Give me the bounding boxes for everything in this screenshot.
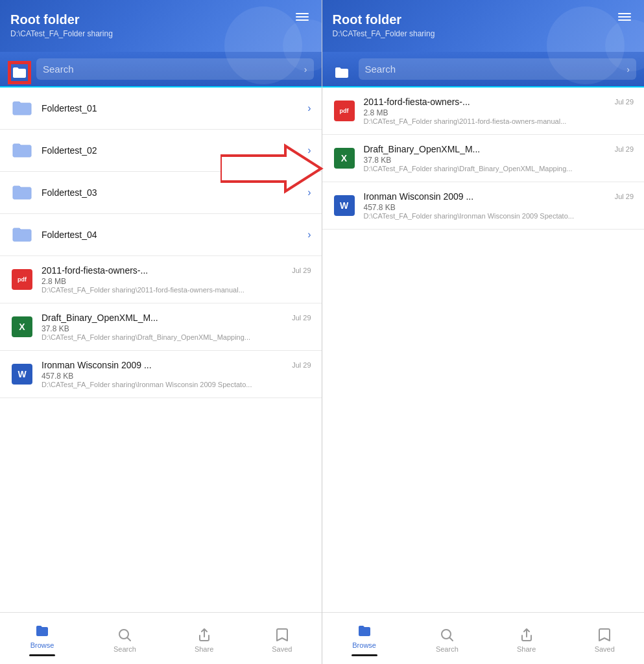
left-tab-search-label: Search [113, 645, 136, 653]
right-title: Root folder [333, 12, 634, 27]
left-header: Root folder D:\CATest_FA_Folder sharing [0, 0, 322, 52]
pdf-badge-right: pdf [334, 101, 355, 121]
left-tab-share-label: Share [195, 645, 213, 653]
left-folder-item-4[interactable]: Foldertest_04 › [0, 214, 322, 256]
right-subtitle: D:\CATest_FA_Folder sharing [333, 29, 634, 38]
search-icon-right [439, 627, 455, 643]
left-pdf-path: D:\CATest_FA_Folder sharing\2011-ford-fi… [42, 286, 284, 294]
left-excel-info: Draft_Binary_OpenXML_M... 37.8 KB D:\CAT… [42, 313, 284, 341]
left-excel-size: 37.8 KB [42, 324, 284, 333]
left-folder-1-info: Foldertest_01 [42, 103, 300, 113]
share-icon-right [519, 627, 534, 643]
right-pdf-size: 2.8 MB [364, 108, 607, 117]
right-menu-line-1 [618, 13, 631, 14]
left-word-name: Ironman Wisconsin 2009 ... [42, 360, 284, 370]
left-pdf-info: 2011-ford-fiesta-owners-... 2.8 MB D:\CA… [42, 265, 284, 294]
right-file-word[interactable]: W Ironman Wisconsin 2009 ... 457.8 KB D:… [322, 182, 645, 230]
menu-line-1 [296, 13, 309, 14]
left-folder-item-3[interactable]: Foldertest_03 › [0, 172, 322, 214]
left-search-placeholder: Search [43, 64, 74, 75]
right-tab-search[interactable]: Search [428, 624, 466, 656]
left-file-excel[interactable]: X Draft_Binary_OpenXML_M... 37.8 KB D:\C… [0, 303, 322, 351]
right-pdf-name: 2011-ford-fiesta-owners-... [364, 97, 607, 107]
left-file-pdf[interactable]: pdf 2011-ford-fiesta-owners-... 2.8 MB D… [0, 256, 322, 303]
right-tab-share[interactable]: Share [509, 624, 543, 656]
right-folder-icon-button[interactable] [330, 61, 353, 84]
right-tab-saved-label: Saved [595, 645, 615, 653]
left-folder-icon-button[interactable] [8, 61, 31, 84]
left-pdf-name: 2011-ford-fiesta-owners-... [42, 265, 284, 276]
left-folder-3-info: Foldertest_03 [42, 187, 300, 198]
left-panel: Root folder D:\CATest_FA_Folder sharing … [0, 0, 322, 664]
right-excel-info: Draft_Binary_OpenXML_M... 37.8 KB D:\CAT… [364, 144, 607, 172]
pdf-icon-right: pdf [333, 99, 356, 123]
right-tab-browse-bar [352, 654, 377, 656]
left-word-size: 457.8 KB [42, 372, 284, 381]
left-word-path: D:\CATest_FA_Folder sharing\Ironman Wisc… [42, 381, 284, 388]
left-file-word[interactable]: W Ironman Wisconsin 2009 ... 457.8 KB D:… [0, 351, 322, 398]
right-search-placeholder: Search [365, 64, 396, 75]
excel-icon-left: X [10, 315, 34, 338]
right-tab-browse[interactable]: Browse [344, 621, 385, 659]
folder-4-chevron: › [307, 229, 311, 241]
right-menu-button[interactable] [615, 10, 634, 23]
left-excel-name: Draft_Binary_OpenXML_M... [42, 313, 284, 323]
right-pdf-date: Jul 29 [615, 98, 634, 106]
right-menu-line-3 [618, 19, 631, 21]
excel-badge-left: X [12, 316, 32, 337]
right-file-excel[interactable]: X Draft_Binary_OpenXML_M... 37.8 KB D:\C… [322, 135, 645, 182]
right-file-pdf[interactable]: pdf 2011-ford-fiesta-owners-... 2.8 MB D… [322, 88, 645, 135]
word-badge-right: W [334, 195, 355, 216]
right-tab-browse-label: Browse [352, 641, 376, 649]
right-word-name: Ironman Wisconsin 2009 ... [364, 191, 607, 202]
right-word-path: D:\CATest_FA_Folder sharing\Ironman Wisc… [364, 212, 607, 220]
right-tab-bar: Browse Search Share [322, 612, 645, 664]
left-folder-2-name: Foldertest_02 [42, 145, 300, 156]
left-tab-browse[interactable]: Browse [21, 621, 63, 659]
left-tab-share[interactable]: Share [187, 624, 221, 656]
left-folder-item-1[interactable]: Foldertest_01 › [0, 88, 322, 130]
left-menu-button[interactable] [293, 10, 311, 23]
menu-line-3 [296, 19, 309, 21]
right-excel-path: D:\CATest_FA_Folder sharing\Draft_Binary… [364, 165, 607, 172]
right-pdf-path: D:\CATest_FA_Folder sharing\2011-ford-fi… [364, 117, 607, 125]
left-tab-bar: Browse Search Share [0, 612, 322, 664]
left-excel-date: Jul 29 [292, 314, 311, 322]
right-word-size: 457.8 KB [364, 203, 607, 212]
left-folder-3-name: Foldertest_03 [42, 187, 300, 198]
folder-icon-1 [10, 97, 34, 120]
left-word-date: Jul 29 [292, 361, 311, 369]
share-icon-left [197, 627, 212, 643]
right-tab-saved[interactable]: Saved [587, 624, 623, 656]
word-icon-right: W [333, 194, 356, 217]
browse-icon-right [357, 623, 372, 639]
folder-1-chevron: › [307, 102, 311, 114]
right-header: Root folder D:\CATest_FA_Folder sharing [322, 0, 645, 52]
right-excel-size: 37.8 KB [364, 156, 607, 165]
word-badge-left: W [12, 364, 32, 385]
right-word-info: Ironman Wisconsin 2009 ... 457.8 KB D:\C… [364, 191, 607, 220]
left-word-info: Ironman Wisconsin 2009 ... 457.8 KB D:\C… [42, 360, 284, 388]
left-folder-4-name: Foldertest_04 [42, 230, 300, 240]
right-folder-icon [334, 66, 350, 79]
svg-line-1 [128, 637, 131, 641]
left-tab-search[interactable]: Search [106, 624, 144, 656]
excel-icon-right: X [333, 147, 356, 170]
search-icon-left [117, 627, 132, 643]
right-tab-search-label: Search [436, 645, 459, 653]
pdf-icon-left: pdf [10, 268, 34, 291]
pdf-badge-left: pdf [12, 269, 32, 290]
right-file-list: pdf 2011-ford-fiesta-owners-... 2.8 MB D… [322, 88, 645, 612]
menu-line-2 [296, 16, 309, 18]
right-menu-line-2 [618, 16, 631, 18]
folder-3-chevron: › [307, 187, 311, 198]
svg-line-4 [450, 637, 453, 641]
right-word-date: Jul 29 [615, 193, 634, 200]
word-icon-left: W [10, 362, 34, 386]
left-folder-item-2[interactable]: Foldertest_02 › [0, 130, 322, 172]
left-tab-saved[interactable]: Saved [264, 624, 300, 656]
folder-2-chevron: › [307, 145, 311, 156]
saved-icon-right [597, 627, 612, 643]
left-folder-4-info: Foldertest_04 [42, 230, 300, 240]
left-pdf-date: Jul 29 [292, 267, 311, 274]
